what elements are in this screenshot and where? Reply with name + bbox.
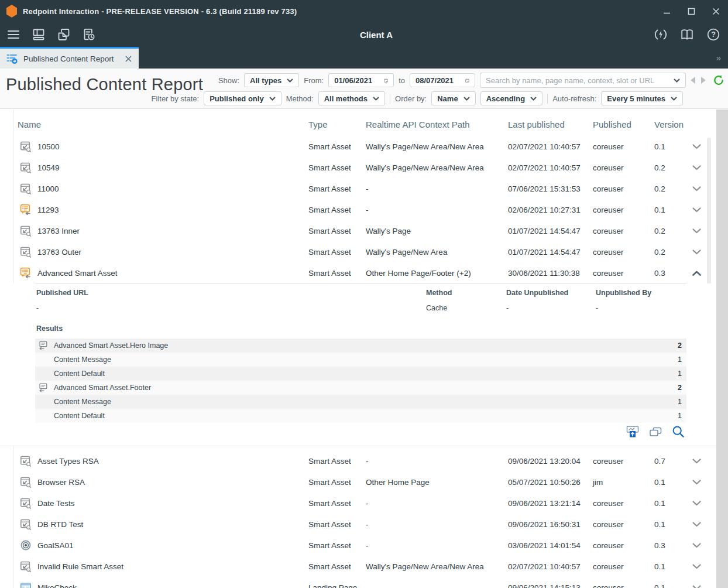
row-name: 11293 [37,199,59,220]
row-context-path: Other Home Page [366,471,430,493]
report-history-icon[interactable] [81,27,97,42]
result-row: Content Message 1 [35,353,686,367]
table-row[interactable]: GoalSA01 Smart Asset - 03/06/2021 14:01:… [0,535,716,556]
expand-chevron-icon[interactable] [688,535,705,556]
help-icon[interactable]: ? [706,27,721,42]
method-detail-label: Method [426,289,452,297]
table-row[interactable]: 11000 Smart Asset - 07/06/2021 15:31:53 … [0,178,716,199]
row-type: Smart Asset [308,199,351,220]
from-date-field[interactable] [328,73,394,87]
expand-chevron-icon[interactable] [688,241,705,262]
table-row[interactable]: 13763 Inner Smart Asset Wally's Page 01/… [0,220,716,241]
result-row: Content Default 1 [35,367,686,381]
row-context-path: - [366,450,369,471]
table-row[interactable]: 10500 Smart Asset Wally's Page/New Area/… [0,136,716,157]
row-version: 0.1 [654,556,665,577]
order-by-dropdown[interactable]: Name [431,91,475,105]
table-row[interactable]: Invalid Rule Smart Asset Smart Asset Wal… [0,556,716,577]
to-date-input[interactable] [415,76,460,85]
auto-refresh-dropdown[interactable]: Every 5 minutes [601,91,683,105]
table-row[interactable]: 13763 Outer Smart Asset Wally's Page/New… [0,241,716,262]
expand-chevron-icon[interactable] [688,136,705,157]
expand-chevron-icon[interactable] [688,556,705,577]
table-row[interactable]: DB RTD Test Smart Asset - 09/06/2021 16:… [0,514,716,535]
row-last-published: 02/07/2021 10:40:57 [508,136,581,157]
row-published-by: jim [593,471,603,493]
row-last-published: 09/06/2021 16:50:31 [508,514,581,535]
row-name: DB RTD Test [37,514,83,535]
table-row[interactable]: 11293 Smart Asset - 02/06/2021 10:27:31 … [0,199,716,220]
result-count: 1 [678,409,682,423]
search-input[interactable] [486,76,670,85]
row-type-icon [20,450,33,471]
previous-page-arrow[interactable] [691,77,695,84]
row-type: Smart Asset [308,493,351,514]
workspace-layout-icon[interactable] [31,27,46,42]
expand-chevron-icon[interactable] [688,262,705,283]
search-results-icon[interactable] [672,425,685,438]
row-published-by: coreuser [593,136,624,157]
expand-chevron-icon[interactable] [688,493,705,514]
maximize-button[interactable] [687,7,695,15]
expand-chevron-icon[interactable] [688,178,705,199]
method-dropdown[interactable]: All methods [318,91,385,105]
table-row[interactable]: MikeCheck Landing Page - 09/06/2021 14:1… [0,577,716,588]
search-dropdown-chevron-icon[interactable] [674,78,680,83]
duplicate-cards-icon[interactable] [649,425,662,438]
auto-refresh-label: Auto-refresh: [552,94,596,103]
filter-state-dropdown[interactable]: Published only [204,91,281,105]
show-type-dropdown[interactable]: All types [244,73,299,87]
result-asset-icon [38,340,49,351]
row-last-published: 05/07/2021 10:50:26 [508,471,581,493]
next-page-arrow[interactable] [701,77,706,84]
table-header-row: Name Type Realtime API Context Path Last… [0,115,716,136]
minimize-button[interactable] [662,7,671,15]
expand-chevron-icon[interactable] [688,514,705,535]
row-published-by: coreuser [593,157,624,178]
row-context-path: - [366,514,369,535]
main-menu-icon[interactable] [6,27,21,42]
row-last-published: 09/06/2021 13:21:14 [508,493,581,514]
documentation-book-icon[interactable] [679,27,695,42]
table-row[interactable]: Browser RSA Smart Asset Other Home Page … [0,471,716,493]
result-count: 1 [678,395,682,409]
tab-close-icon[interactable] [123,54,133,63]
search-field[interactable] [480,73,686,88]
row-last-published: 02/07/2021 10:40:57 [508,556,581,577]
row-context-path: Wally's Page/New Area/New Area [366,136,484,157]
from-date-input[interactable] [334,76,379,85]
row-last-published: 02/06/2021 10:27:31 [508,199,581,220]
column-header-name: Name [18,119,41,129]
tab-overflow-chevrons-icon[interactable]: » [716,47,721,69]
row-type: Smart Asset [308,241,351,262]
expand-chevron-icon[interactable] [688,577,705,588]
row-context-path: - [366,493,369,514]
order-direction-dropdown[interactable]: Ascending [480,91,542,105]
client-name-label: Client A [0,22,728,47]
row-name: Browser RSA [37,471,85,493]
table-row[interactable]: 10549 Smart Asset Wally's Page/New Area/… [0,157,716,178]
table-row[interactable]: Asset Types RSA Smart Asset - 09/06/2021… [0,450,716,471]
expand-chevron-icon[interactable] [688,450,705,471]
row-version: 0.1 [654,493,665,514]
result-label: Content Message [54,353,111,367]
row-name: 10549 [37,157,60,178]
report-table: Name Type Realtime API Context Path Last… [0,110,728,588]
expand-chevron-icon[interactable] [688,157,705,178]
refresh-icon[interactable] [713,74,724,86]
to-date-field[interactable] [410,73,475,87]
expand-chevron-icon[interactable] [688,220,705,241]
table-row[interactable]: Advanced Smart Asset Smart Asset Other H… [0,262,716,283]
row-published-by: coreuser [593,493,624,514]
row-type: Landing Page [308,577,357,588]
pages-icon[interactable] [56,27,71,42]
api-connections-icon[interactable] [653,27,668,42]
publish-action-icon[interactable] [626,425,639,438]
table-row[interactable]: Date Tests Smart Asset - 09/06/2021 13:2… [0,493,716,514]
close-window-button[interactable] [712,7,720,15]
expand-chevron-icon[interactable] [688,471,705,493]
column-header-last-published: Last published [508,119,565,129]
tab-published-content-report[interactable]: Published Content Report [0,47,139,69]
row-last-published: 07/06/2021 15:31:53 [508,178,581,199]
expand-chevron-icon[interactable] [688,199,705,220]
